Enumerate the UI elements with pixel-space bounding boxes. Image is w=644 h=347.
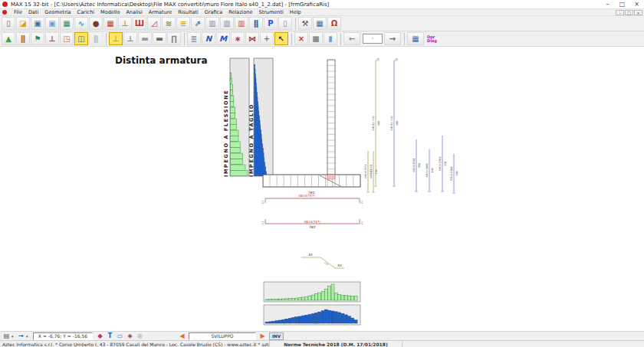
table-icon[interactable]: ▦ bbox=[313, 17, 327, 30]
stem-icon[interactable]: ⊥ bbox=[123, 32, 137, 45]
menu-relazione[interactable]: Relazione bbox=[225, 9, 255, 15]
pin-icon[interactable]: ◈ bbox=[125, 332, 135, 340]
window-title: MAX 15 32-bit - [C:\Users\Aztec Informat… bbox=[11, 2, 329, 8]
menu-dati[interactable]: Dati bbox=[25, 9, 41, 15]
frame-b-icon[interactable]: ▥ bbox=[220, 17, 234, 30]
capture-icon[interactable]: ◆ bbox=[95, 332, 105, 340]
menu-grafica[interactable]: Grafica bbox=[202, 9, 225, 15]
slope-icon[interactable]: ◿ bbox=[147, 17, 161, 30]
profile-icon[interactable]: ǁ bbox=[249, 17, 263, 30]
view-name-field[interactable]: SVILUPPO bbox=[189, 332, 256, 340]
opr-diag-label[interactable]: Opr Diag bbox=[427, 35, 437, 43]
rebar-bottom-label: 4Φ14(747) bbox=[304, 220, 320, 224]
footing-a-icon[interactable]: ▬ bbox=[138, 32, 152, 45]
menu-analisi[interactable]: Analisi bbox=[123, 9, 145, 15]
minimize-button[interactable]: – bbox=[600, 0, 615, 8]
diagram-index-field[interactable]: - bbox=[363, 34, 383, 44]
plot-icon[interactable]: ▤ bbox=[2, 332, 12, 340]
redraw-icon[interactable]: → bbox=[16, 332, 26, 340]
piles-icon[interactable]: ∏ bbox=[167, 32, 181, 45]
footing-b-icon[interactable]: ▬ bbox=[153, 32, 166, 45]
box3d-icon[interactable]: ◳ bbox=[60, 32, 74, 45]
menu-carichi[interactable]: Carichi bbox=[74, 9, 98, 15]
menu-modello[interactable]: Modello bbox=[97, 9, 123, 15]
cursor-icon[interactable]: ↖ bbox=[274, 32, 288, 45]
stem-active-icon[interactable]: ⊥ bbox=[109, 32, 123, 45]
svg-text:134: 134 bbox=[375, 169, 378, 174]
save-icon[interactable]: ▣ bbox=[31, 17, 44, 30]
redraw-icon-dropdown[interactable]: ▾ bbox=[26, 334, 31, 339]
menu-armature[interactable]: Armature bbox=[146, 9, 176, 15]
frame-a-icon[interactable]: ▥ bbox=[205, 17, 219, 30]
pier-red-icon[interactable]: ⊥ bbox=[45, 32, 59, 45]
drawing-canvas[interactable]: Distinta armatura IMPEGNO A FLESSIONE IM… bbox=[0, 47, 644, 331]
wall-section-icon[interactable]: ⊥ bbox=[118, 17, 132, 30]
menu-help[interactable]: Help bbox=[287, 9, 304, 15]
next-view-button[interactable]: ▶ bbox=[258, 332, 268, 340]
toolbar-main: ▯◪▣▣▦∿●▦⊥Ш◿≋≡⇗▥▥▥ǁP▯⚒▦Ω bbox=[0, 16, 644, 31]
zoom-icon[interactable]: ◎ bbox=[135, 332, 145, 340]
table-grid-glyph: ▦ bbox=[412, 34, 419, 43]
svg-text:4Φ14(300): 4Φ14(300) bbox=[426, 163, 429, 178]
grid-table-icon[interactable]: ▦ bbox=[407, 32, 424, 45]
sheet-icon[interactable]: ▯ bbox=[278, 17, 292, 30]
next-diagram-button[interactable]: → bbox=[384, 32, 401, 45]
gray-box-icon[interactable]: ■ bbox=[309, 32, 323, 45]
materials-icon[interactable]: ● bbox=[89, 17, 103, 30]
export-icon[interactable]: ⇗ bbox=[191, 17, 205, 30]
mdi-restore-button[interactable]: □ bbox=[625, 10, 633, 15]
mdi-close-button[interactable]: × bbox=[634, 10, 642, 15]
shear-icon[interactable]: ⋈ bbox=[245, 32, 259, 45]
blue-box-icon[interactable]: ▮ bbox=[324, 32, 337, 45]
prev-diagram-button[interactable]: ← bbox=[343, 32, 360, 45]
orange-arrow-left-icon: ◀ bbox=[179, 332, 184, 339]
toolbar-results: ▲ǁ⚑⊥◳◫ǁ⊥⊥▬▬∏≣NM∗⋈+↖×■▮ ← - → ▦ Opr Diag bbox=[0, 31, 644, 47]
save-all-icon[interactable]: ▣ bbox=[45, 17, 59, 30]
loads-icon[interactable]: Ш bbox=[133, 17, 146, 30]
menu-geometria[interactable]: Geometria bbox=[41, 9, 74, 15]
close-button[interactable]: × bbox=[629, 0, 644, 8]
menu-risultati[interactable]: Risultati bbox=[175, 9, 202, 15]
restore-button[interactable]: □ bbox=[615, 0, 629, 8]
toolbar-separator bbox=[106, 33, 107, 45]
flag-icon[interactable]: ⚑ bbox=[31, 32, 44, 45]
m-diagram-icon[interactable]: M bbox=[216, 32, 230, 45]
svg-text:4Φ16(~74): 4Φ16(~74) bbox=[372, 116, 375, 131]
frame-x-icon[interactable]: ▥ bbox=[235, 17, 248, 30]
svg-text:294: 294 bbox=[444, 161, 447, 165]
strata-icon[interactable]: ≋ bbox=[162, 17, 176, 30]
statusbar-spacer bbox=[402, 341, 644, 347]
open-folder-icon[interactable]: ◪ bbox=[16, 17, 30, 30]
pan-icon[interactable]: + bbox=[260, 32, 274, 45]
mdi-minimize-button[interactable]: – bbox=[616, 10, 624, 15]
layers-icon[interactable]: ≣ bbox=[187, 32, 201, 45]
tools-icon[interactable]: ⚒ bbox=[298, 17, 312, 30]
prev-view-button[interactable]: ◀ bbox=[177, 332, 187, 340]
hook-dim-br: 21 bbox=[360, 221, 363, 224]
menu-items: FileDatiGeometriaCarichiModelloAnalisiAr… bbox=[11, 9, 304, 15]
report-p-icon[interactable]: P bbox=[264, 17, 278, 30]
norm-icon[interactable]: ▦ bbox=[60, 17, 74, 30]
new-file-icon[interactable]: ▯ bbox=[2, 17, 15, 30]
arrow-right-icon: → bbox=[389, 34, 396, 43]
chart-bars-icon[interactable]: ǁ bbox=[16, 32, 30, 45]
company-info: Aztec Informatica s.r.l. * Corso Umberto… bbox=[0, 341, 270, 347]
n-diagram-icon[interactable]: N bbox=[202, 32, 215, 45]
inv-button[interactable]: INV bbox=[269, 332, 284, 340]
toolbar-separator bbox=[295, 18, 296, 30]
brick-wall-icon[interactable]: ▦ bbox=[104, 17, 117, 30]
terrain-icon[interactable]: ≡ bbox=[176, 17, 190, 30]
wall-view-icon[interactable]: ◫ bbox=[74, 32, 88, 45]
text-icon[interactable]: T bbox=[105, 332, 115, 340]
node-icon[interactable]: ∗ bbox=[231, 32, 245, 45]
menu-strumenti[interactable]: Strumenti bbox=[256, 9, 287, 15]
import-icon[interactable]: ∿ bbox=[74, 17, 88, 30]
delete-zone-icon[interactable]: × bbox=[294, 32, 308, 45]
rebar-plan-detail: 21 21 21 21 4Φ14(747) 4Φ14(747) 780 bbox=[261, 194, 363, 229]
rebar-bottom-dim: 780 bbox=[309, 225, 316, 229]
chart-terrain-icon[interactable]: ▲ bbox=[2, 32, 15, 45]
menu-file[interactable]: File bbox=[11, 9, 25, 15]
status-bar: Aztec Informatica s.r.l. * Corso Umberto… bbox=[0, 340, 644, 347]
screen-icon[interactable]: ▭ bbox=[115, 332, 125, 340]
alert-icon[interactable]: Ω bbox=[327, 17, 341, 30]
